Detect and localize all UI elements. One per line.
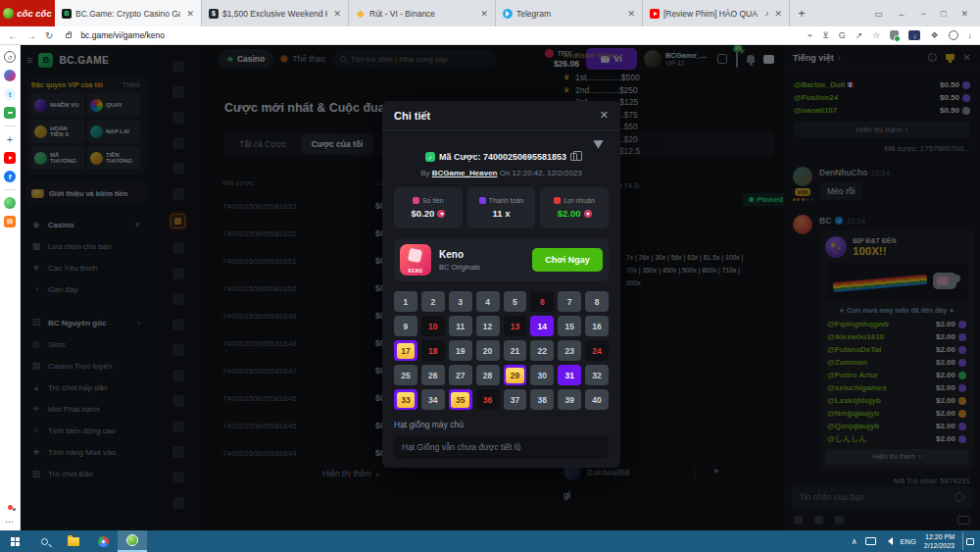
browser-tab[interactable]: [Review Phim] HÀO QUA ♪ ✕ [643, 0, 790, 26]
keno-tile[interactable]: 28 [476, 365, 500, 385]
add-shortcut-icon[interactable]: + [4, 133, 16, 145]
keno-tile[interactable]: 39 [558, 389, 581, 410]
youtube-icon[interactable] [4, 152, 16, 164]
keno-tile[interactable]: 34 [421, 389, 445, 410]
keno-tile[interactable]: 40 [585, 389, 609, 410]
messenger-icon[interactable] [4, 70, 16, 81]
minimize-button[interactable]: − [921, 9, 926, 19]
keno-tile[interactable]: 13 [504, 316, 527, 336]
chrome-button[interactable] [88, 530, 118, 552]
action-center-button[interactable] [962, 532, 976, 550]
tab-close-icon[interactable]: ✕ [772, 9, 782, 19]
keno-tile[interactable]: 1 [394, 291, 417, 312]
keno-tile[interactable]: 17 [394, 340, 417, 361]
keno-tile[interactable]: 8 [585, 291, 609, 312]
twitter-icon[interactable]: t [4, 88, 16, 100]
adblock-shield-icon[interactable] [890, 30, 899, 40]
more-icon[interactable]: ⋯ [5, 517, 15, 527]
network-icon[interactable] [865, 537, 876, 545]
browser-tab[interactable]: B BC.Game: Crypto Casino Gan ♪ ✕ [55, 0, 202, 26]
keno-tile[interactable]: 16 [585, 316, 609, 336]
keno-game-icon[interactable]: KENO [400, 244, 431, 276]
keno-tile[interactable]: 3 [449, 291, 472, 312]
keno-tile[interactable]: 12 [476, 316, 500, 336]
extensions-icon[interactable]: ❖ [930, 30, 938, 40]
keno-tile[interactable]: 26 [421, 365, 445, 385]
keno-tile[interactable]: 38 [530, 389, 554, 410]
reader-mode-icon[interactable]: ▭ [874, 9, 883, 19]
keno-tile[interactable]: 18 [421, 340, 445, 361]
download-manager-icon[interactable]: ↓ [908, 30, 920, 40]
reload-button[interactable]: ↻ [45, 30, 53, 41]
play-now-button[interactable]: Chơi Ngay [532, 248, 603, 272]
close-button[interactable]: ✕ [960, 9, 968, 19]
keno-tile[interactable]: 19 [449, 340, 472, 361]
server-seed-value[interactable]: Hạt Giống vẫn chưa được tiết lộ [394, 435, 609, 459]
copy-icon[interactable] [570, 153, 577, 161]
keno-tile[interactable]: 22 [530, 340, 554, 361]
file-explorer-button[interactable] [59, 530, 88, 552]
taskbar-search-button[interactable] [29, 530, 59, 552]
keno-tile[interactable]: 30 [530, 365, 554, 385]
keno-tile[interactable]: 10 [421, 316, 445, 336]
profile-icon[interactable] [949, 30, 958, 40]
coccoc-brand[interactable]: cốc cốc [0, 0, 55, 26]
keno-tile[interactable]: 11 [449, 316, 472, 336]
keno-tile[interactable]: 29 [504, 365, 527, 385]
keno-tile[interactable]: 27 [449, 365, 472, 385]
start-button[interactable] [0, 530, 29, 552]
keno-tile[interactable]: 36 [476, 389, 500, 410]
tab-close-icon[interactable]: ✕ [331, 9, 341, 19]
translate-icon[interactable]: G [839, 30, 846, 40]
keno-tile[interactable]: 32 [585, 365, 609, 385]
keno-tile[interactable]: 23 [558, 340, 581, 361]
maximize-button[interactable]: □ [941, 9, 946, 19]
keno-tile[interactable]: 33 [394, 389, 417, 410]
share-bet-icon[interactable] [593, 133, 610, 149]
share-icon[interactable]: ↗ [856, 30, 863, 40]
back-button[interactable]: ← [8, 30, 18, 41]
keno-tile[interactable]: 14 [530, 316, 554, 336]
keno-tile[interactable]: 9 [394, 316, 417, 336]
tray-expand-icon[interactable]: ∧ [852, 537, 858, 546]
app-icon-green[interactable] [4, 197, 16, 209]
coccoc-taskbar-button[interactable] [118, 530, 147, 552]
input-language[interactable]: ENG [901, 537, 916, 546]
bet-author-link[interactable]: BCGame_Heaven [432, 169, 498, 177]
modal-close-icon[interactable]: ✕ [600, 109, 609, 122]
browser-tab[interactable]: Telegram ♪ ✕ [496, 0, 643, 26]
browser-tab[interactable]: ◆ Rút - VI - Binance ♪ ✕ [349, 0, 496, 26]
keno-tile[interactable]: 21 [504, 340, 527, 361]
bookmark-star-icon[interactable]: ☆ [872, 30, 880, 40]
browser-tab[interactable]: $ $1,500 Exclusive Weekend K ♪ ✕ [202, 0, 349, 26]
keno-tile[interactable]: 4 [476, 291, 500, 312]
keno-tile[interactable]: 37 [504, 389, 527, 410]
window-back-icon[interactable]: ← [898, 9, 906, 19]
keno-tile[interactable]: 20 [476, 340, 500, 361]
bookmark-bar-icon[interactable]: ⌁ [808, 30, 812, 40]
keno-tile[interactable]: 25 [394, 365, 417, 385]
new-tab-button[interactable]: + [790, 0, 813, 26]
keno-tile[interactable]: 6 [530, 291, 554, 312]
keno-tile[interactable]: 5 [504, 291, 527, 312]
keno-tile[interactable]: 31 [558, 365, 581, 385]
keno-tile[interactable]: 2 [421, 291, 445, 312]
volume-icon[interactable] [884, 537, 893, 545]
url-text[interactable]: bc.game/vi/game/keno [80, 30, 165, 40]
keno-tile[interactable]: 15 [558, 316, 581, 336]
tab-close-icon[interactable]: ✕ [478, 9, 488, 19]
tab-close-icon[interactable]: ✕ [184, 9, 194, 19]
taskbar-clock[interactable]: 12:20 PM 2/12/2023 [924, 532, 955, 550]
shopping-cart-icon[interactable]: ▤ [4, 216, 16, 227]
ssl-lock-icon[interactable] [66, 33, 72, 38]
keno-tile[interactable]: 24 [585, 340, 609, 361]
forward-button[interactable]: → [26, 30, 36, 41]
save-page-icon[interactable]: ⊻ [822, 30, 829, 40]
facebook-icon[interactable]: f [4, 171, 16, 182]
games-icon[interactable] [4, 107, 16, 119]
keno-tile[interactable]: 7 [558, 291, 581, 312]
history-icon[interactable]: ↺ [4, 51, 16, 63]
downloads-icon[interactable]: ↓ [968, 30, 973, 40]
tab-close-icon[interactable]: ✕ [625, 9, 635, 19]
keno-tile[interactable]: 35 [449, 389, 472, 410]
